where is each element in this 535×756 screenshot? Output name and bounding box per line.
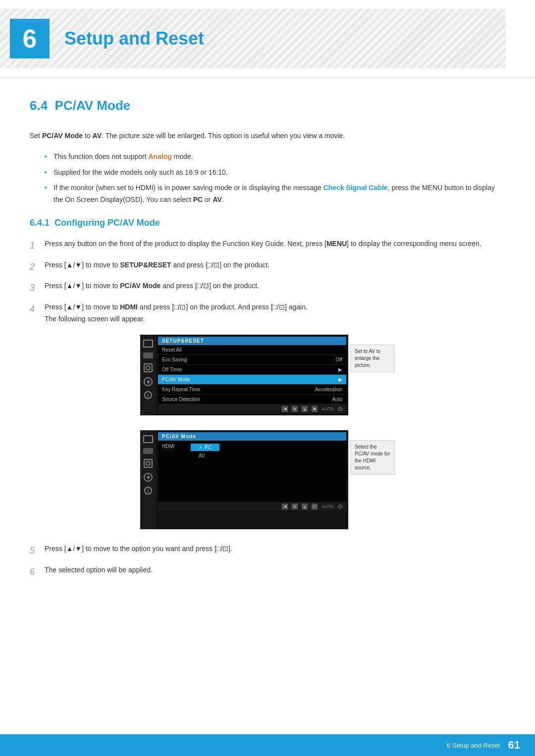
osd2-bottom-bar: ◀ ▼ ▲ ↵ AUTO ⏻ bbox=[158, 502, 346, 511]
auto-label: AUTO bbox=[321, 406, 334, 411]
step-1: 1 Press any button on the front of the p… bbox=[30, 238, 505, 253]
osd2-content: HDMI ✓PC AV bbox=[158, 441, 346, 462]
footer-text: 6 Setup and Reset bbox=[447, 742, 500, 749]
osd1-tooltip: Set to AV to enlarge the picture. bbox=[350, 345, 395, 372]
osd1-row-2: Eco SavingOff bbox=[158, 355, 346, 365]
osd1-screen: SETUP&RESET Reset All Eco SavingOff Off … bbox=[156, 335, 348, 415]
menu-icon bbox=[143, 353, 153, 358]
osd1-row-5: Key Repeat TimeAcceleration bbox=[158, 385, 346, 395]
step-3: 3 Press [▲/▼] to move to PC/AV Mode and … bbox=[30, 280, 505, 296]
section-title: 6.4 PC/AV Mode bbox=[30, 98, 505, 116]
intro-paragraph: Set PC/AV Mode to AV. The picture size w… bbox=[30, 130, 505, 142]
osd2-screen: PC/AV Mode HDMI ✓PC AV bbox=[156, 430, 348, 529]
bullet-2: Supplied for the wide models only such a… bbox=[45, 167, 505, 179]
nav-down-2: ▼ bbox=[292, 504, 298, 509]
page-footer: 6 Setup and Reset 61 bbox=[0, 734, 535, 756]
osd2-menu: PC/AV Mode HDMI ✓PC AV bbox=[158, 432, 346, 502]
osd1-menu: SETUP&RESET Reset All Eco SavingOff Off … bbox=[158, 337, 346, 404]
osd1-row-3: Off Timer▶ bbox=[158, 365, 346, 375]
bullet-list: This function does not support Analog mo… bbox=[45, 151, 505, 206]
osd1-row-4-highlighted: PC/AV Mode▶ bbox=[158, 375, 346, 385]
step-6: 6 The selected option will be applied. bbox=[30, 564, 505, 580]
monitor-sidebar-2: ✱ i bbox=[140, 430, 156, 529]
page-content: 6.4 PC/AV Mode Set PC/AV Mode to AV. The… bbox=[0, 98, 535, 629]
bullet-3: If the monitor (when set to HDMI) is in … bbox=[45, 182, 505, 206]
settings-icon bbox=[144, 363, 153, 372]
nav-left: ◀ bbox=[282, 406, 288, 412]
subsection-title: 6.4.1 Configuring PC/AV Mode bbox=[30, 218, 505, 228]
menu-icon-2 bbox=[143, 448, 153, 454]
osd2-option-av: AV bbox=[191, 452, 219, 459]
osd1-row-1: Reset All bbox=[158, 345, 346, 355]
step-4: 4 Press [▲/▼] to move to HDMI and press … bbox=[30, 302, 505, 325]
osd2-mockup: ✱ i PC/AV Mode HDMI ✓PC AV bbox=[140, 430, 348, 529]
monitor-icon bbox=[143, 340, 153, 348]
nav-enter-2: ↵ bbox=[312, 504, 318, 509]
auto-label-2: AUTO bbox=[321, 504, 334, 509]
chapter-number-box: 6 bbox=[10, 19, 50, 58]
gear-icon-2: ✱ bbox=[144, 473, 153, 482]
nav-up-2: ▲ bbox=[302, 504, 308, 509]
subsection-title-text: Configuring PC/AV Mode bbox=[54, 218, 160, 228]
step-2: 2 Press [▲/▼] to move to SETUP&RESET and… bbox=[30, 259, 505, 275]
nav-right: ▶ bbox=[312, 406, 318, 412]
subsection-id: 6.4.1 bbox=[30, 218, 50, 228]
osd1-row-6: Source DetectionAuto bbox=[158, 395, 346, 404]
osd1-mockup: ✱ i SETUP&RESET Reset All Eco SavingOff bbox=[140, 335, 348, 415]
nav-left-2: ◀ bbox=[282, 504, 288, 509]
chapter-number: 6 bbox=[23, 24, 37, 53]
hdmi-label: HDMI bbox=[162, 444, 187, 449]
gear-icon: ✱ bbox=[144, 377, 153, 386]
footer-page-number: 61 bbox=[508, 739, 520, 752]
monitor-sidebar-1: ✱ i bbox=[140, 335, 156, 415]
settings-icon-2 bbox=[144, 459, 153, 468]
nav-down: ▼ bbox=[292, 406, 298, 412]
osd2-options: ✓PC AV bbox=[191, 444, 219, 459]
step-5: 5 Press [▲/▼] to move to the option you … bbox=[30, 543, 505, 558]
osd1-bottom-bar: ◀ ▼ ▲ ▶ AUTO ⏻ bbox=[158, 404, 346, 413]
power-icon-2: ⏻ bbox=[338, 504, 342, 509]
section-title-text: PC/AV Mode bbox=[55, 98, 131, 113]
chapter-title: Setup and Reset bbox=[64, 28, 204, 49]
power-icon: ⏻ bbox=[338, 406, 342, 411]
section-id: 6.4 bbox=[30, 98, 48, 113]
steps-list: 1 Press any button on the front of the p… bbox=[30, 238, 505, 325]
monitor-icon-2 bbox=[143, 435, 153, 443]
chapter-header: 6 Setup and Reset bbox=[0, 0, 535, 78]
info-icon-2: i bbox=[144, 487, 152, 495]
osd2-option-pc: ✓PC bbox=[191, 444, 219, 451]
osd1-title: SETUP&RESET bbox=[158, 337, 346, 345]
osd2-tooltip: Select the PC/AV mode for the HDMI sourc… bbox=[350, 440, 395, 475]
screen-mockup-wrapper: ✱ i SETUP&RESET Reset All Eco SavingOff bbox=[30, 335, 505, 529]
nav-up: ▲ bbox=[302, 406, 308, 412]
info-icon: i bbox=[144, 391, 152, 399]
steps-56: 5 Press [▲/▼] to move to the option you … bbox=[30, 543, 505, 579]
osd2-title: PC/AV Mode bbox=[158, 432, 346, 441]
bullet-1: This function does not support Analog mo… bbox=[45, 151, 505, 163]
